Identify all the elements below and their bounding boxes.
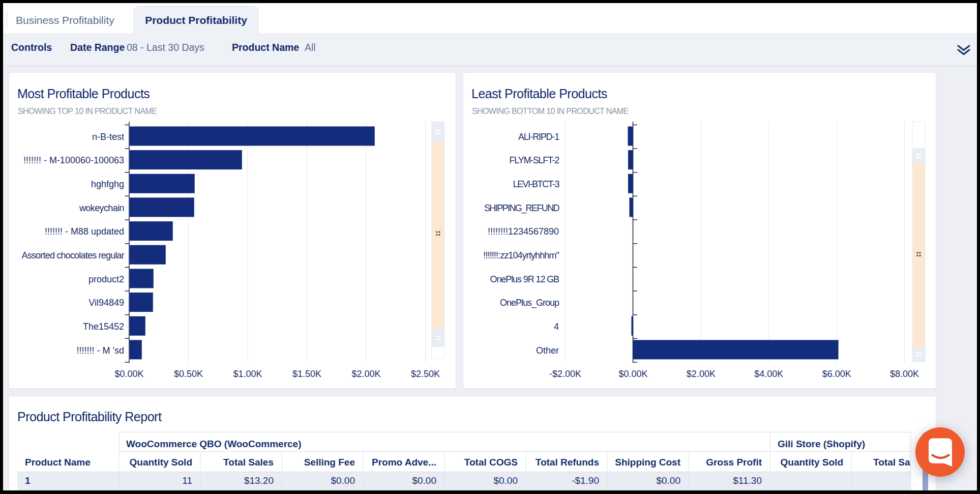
svg-text:Selling Fee: Selling Fee	[304, 457, 355, 468]
svg-text:Most Profitable Products: Most Profitable Products	[17, 86, 150, 101]
svg-text:!!!!!!! - M-100060-100063: !!!!!!! - M-100060-100063	[23, 155, 124, 165]
svg-text:Shipping Cost: Shipping Cost	[615, 457, 680, 468]
svg-text:hghfghg: hghfghg	[91, 179, 124, 189]
svg-text:Quantity Sold: Quantity Sold	[130, 457, 193, 468]
svg-text:$1.50K: $1.50K	[292, 369, 321, 379]
svg-text:!!!!!!!!1234567890: !!!!!!!!1234567890	[488, 226, 559, 237]
svg-text:Quantity Sold: Quantity Sold	[781, 457, 844, 468]
svg-text:1: 1	[25, 475, 31, 486]
svg-text:Total Sales: Total Sales	[223, 457, 274, 468]
svg-text:$13.20: $13.20	[244, 475, 274, 486]
svg-text:$11.30: $11.30	[733, 475, 762, 486]
svg-text:$4.00K: $4.00K	[754, 369, 783, 379]
svg-text:$6.00K: $6.00K	[822, 369, 851, 379]
svg-text:$8.00K: $8.00K	[890, 369, 919, 379]
svg-text:$2.00K: $2.00K	[687, 369, 716, 379]
svg-text:$0.00: $0.00	[412, 475, 436, 486]
svg-text:-$2.00K: -$2.00K	[549, 369, 581, 379]
svg-text:ALI-RIPD-1: ALI-RIPD-1	[518, 132, 559, 142]
svg-text:SHOWING BOTTOM 10 IN PRODUCT N: SHOWING BOTTOM 10 IN PRODUCT NAME	[472, 107, 629, 115]
svg-text:Product Profitability Report: Product Profitability Report	[17, 410, 162, 424]
svg-text:FLYM-SLFT-2: FLYM-SLFT-2	[510, 155, 560, 165]
svg-text:!!!!!!! - M88 updated: !!!!!!! - M88 updated	[45, 226, 124, 237]
svg-text:OnePlus 9R 12 GB: OnePlus 9R 12 GB	[490, 274, 560, 284]
svg-text:product2: product2	[88, 274, 124, 284]
svg-text:Gili Store (Shopify): Gili Store (Shopify)	[778, 439, 865, 449]
svg-text:4: 4	[554, 322, 559, 332]
svg-text:11: 11	[182, 475, 192, 486]
svg-text:Assorted chocolates regular: Assorted chocolates regular	[21, 250, 124, 260]
svg-text:!!!!!!! - M 'sd: !!!!!!! - M 'sd	[77, 345, 124, 356]
svg-text:$0.00: $0.00	[331, 475, 355, 486]
svg-text:The15452: The15452	[83, 322, 124, 332]
svg-text:wokeychain: wokeychain	[79, 203, 124, 213]
svg-text:!!!!!!!:zz104yrtyhhhm": !!!!!!!:zz104yrtyhhhm"	[483, 250, 559, 260]
svg-text:Least Profitable Products: Least Profitable Products	[471, 86, 607, 101]
svg-text:$0.00K: $0.00K	[114, 369, 143, 379]
svg-text:Promo Adve...: Promo Adve...	[372, 457, 436, 468]
svg-text:$0.00: $0.00	[656, 475, 680, 486]
svg-text:Other: Other	[536, 345, 559, 356]
svg-text:WooCommerce QBO (WooCommerce): WooCommerce QBO (WooCommerce)	[126, 439, 302, 449]
svg-text:SHIPPING_REFUND: SHIPPING_REFUND	[484, 203, 560, 214]
svg-text:$0.50K: $0.50K	[174, 369, 203, 379]
svg-text:OnePlus_Group: OnePlus_Group	[500, 298, 559, 308]
svg-text:Product Name: Product Name	[25, 457, 91, 468]
svg-text:Total COGS: Total COGS	[464, 457, 518, 468]
svg-text:Vil94849: Vil94849	[88, 298, 124, 308]
svg-text:$0.00K: $0.00K	[618, 369, 647, 379]
svg-text:LEVI-BTCT-3: LEVI-BTCT-3	[513, 179, 559, 189]
svg-text:$1.00K: $1.00K	[233, 369, 262, 379]
svg-text:$2.00K: $2.00K	[351, 369, 380, 379]
svg-text:Gross Profit: Gross Profit	[706, 457, 762, 468]
svg-text:$0.00: $0.00	[493, 475, 518, 486]
svg-text:Total Sa: Total Sa	[873, 457, 910, 468]
svg-text:Total Refunds: Total Refunds	[536, 457, 599, 468]
svg-text:SHOWING TOP 10 IN PRODUCT NAME: SHOWING TOP 10 IN PRODUCT NAME	[18, 107, 157, 115]
svg-text:$2.50K: $2.50K	[411, 369, 440, 379]
svg-text:n-B-test: n-B-test	[92, 132, 124, 142]
svg-text:-$1.90: -$1.90	[572, 475, 599, 486]
